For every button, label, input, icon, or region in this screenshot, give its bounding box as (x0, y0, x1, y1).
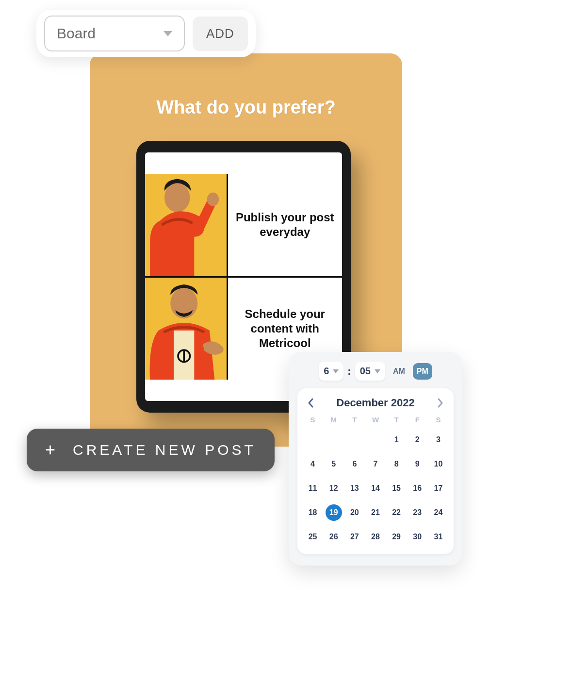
minute-select[interactable]: 05 (355, 362, 385, 381)
datetime-picker: 6 : 05 AM PM December 2022 SMTWTFS123456… (289, 352, 462, 566)
calendar-weekday: F (415, 416, 420, 424)
calendar-day[interactable]: 3 (430, 432, 446, 448)
create-new-post-label: CREATE NEW POST (73, 442, 256, 458)
calendar-weekday: W (372, 416, 379, 424)
calendar-grid: SMTWTFS123456789101112131415161718192021… (303, 416, 448, 545)
meme-image-reject (145, 174, 228, 276)
hour-select[interactable]: 6 (319, 362, 343, 381)
calendar-day[interactable]: 19 (326, 504, 342, 521)
calendar-day[interactable]: 4 (305, 456, 321, 472)
calendar-day[interactable]: 31 (430, 529, 446, 545)
calendar-day[interactable]: 18 (305, 504, 321, 521)
calendar-blank (305, 432, 321, 448)
svg-point-1 (164, 183, 190, 212)
calendar-month-label: December 2022 (336, 397, 414, 409)
calendar-next-button[interactable] (433, 396, 448, 410)
calendar-day[interactable]: 7 (367, 456, 384, 472)
chevron-down-icon (163, 31, 172, 36)
time-colon: : (347, 365, 351, 378)
board-toolbar: Board ADD (36, 10, 256, 57)
calendar-day[interactable]: 26 (326, 529, 342, 545)
time-row: 6 : 05 AM PM (297, 362, 454, 381)
calendar-day[interactable]: 15 (388, 480, 405, 497)
calendar-day[interactable]: 6 (346, 456, 363, 472)
chevron-right-icon (437, 398, 444, 408)
meme-image-approve (145, 278, 228, 380)
add-button[interactable]: ADD (193, 17, 248, 51)
calendar-weekday: T (394, 416, 399, 424)
calendar-day[interactable]: 16 (409, 480, 425, 497)
calendar-weekday: M (330, 416, 337, 424)
meme-row-top: Publish your post everyday (145, 174, 342, 276)
calendar-day[interactable]: 1 (388, 432, 405, 448)
calendar: December 2022 SMTWTFS1234567891011121314… (297, 388, 454, 554)
svg-point-2 (207, 193, 219, 206)
calendar-day[interactable]: 10 (430, 456, 446, 472)
calendar-day[interactable]: 8 (388, 456, 405, 472)
chevron-down-icon (375, 369, 380, 373)
calendar-header: December 2022 (303, 396, 448, 410)
hour-value: 6 (324, 366, 329, 377)
calendar-day[interactable]: 28 (367, 529, 384, 545)
calendar-day[interactable]: 12 (326, 480, 342, 497)
plus-icon: + (45, 441, 55, 459)
calendar-day[interactable]: 25 (305, 529, 321, 545)
minute-value: 05 (360, 366, 371, 377)
calendar-weekday: T (352, 416, 357, 424)
chevron-down-icon (333, 369, 339, 373)
calendar-day[interactable]: 2 (409, 432, 425, 448)
am-toggle[interactable]: AM (389, 363, 409, 380)
calendar-day[interactable]: 22 (388, 504, 405, 521)
calendar-weekday: S (436, 416, 441, 424)
post-title: What do you prefer? (90, 97, 402, 118)
board-select-label: Board (57, 25, 96, 42)
calendar-day[interactable]: 27 (346, 529, 363, 545)
board-select[interactable]: Board (44, 16, 185, 51)
calendar-day[interactable]: 23 (409, 504, 425, 521)
calendar-day[interactable]: 17 (430, 480, 446, 497)
calendar-day[interactable]: 21 (367, 504, 384, 521)
calendar-day[interactable]: 9 (409, 456, 425, 472)
chevron-left-icon (307, 398, 314, 408)
calendar-day[interactable]: 24 (430, 504, 446, 521)
calendar-blank (326, 432, 342, 448)
calendar-day[interactable]: 13 (346, 480, 363, 497)
calendar-day[interactable]: 14 (367, 480, 384, 497)
calendar-weekday: S (310, 416, 315, 424)
calendar-day[interactable]: 5 (326, 456, 342, 472)
pm-toggle[interactable]: PM (413, 363, 432, 380)
calendar-day[interactable]: 30 (409, 529, 425, 545)
calendar-blank (367, 432, 384, 448)
calendar-day[interactable]: 29 (388, 529, 405, 545)
create-new-post-button[interactable]: + CREATE NEW POST (27, 429, 275, 471)
calendar-blank (346, 432, 363, 448)
calendar-day[interactable]: 20 (346, 504, 363, 521)
calendar-day[interactable]: 11 (305, 480, 321, 497)
meme-text-top: Publish your post everyday (228, 174, 342, 276)
calendar-prev-button[interactable] (303, 396, 318, 410)
